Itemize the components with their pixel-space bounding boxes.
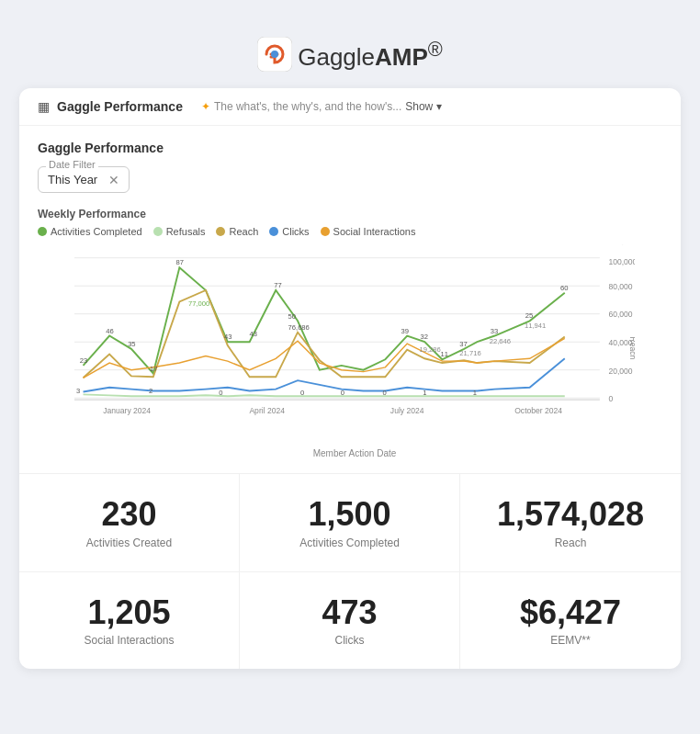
chart-legend: Activities Completed Refusals Reach Clic… <box>38 226 662 237</box>
svg-text:1: 1 <box>423 389 426 397</box>
svg-text:1: 1 <box>473 389 477 397</box>
svg-text:0: 0 <box>382 389 386 397</box>
legend-dot-refusals <box>153 227 163 236</box>
svg-text:22,646: 22,646 <box>490 337 511 345</box>
page-wrapper: GaggleAMP® ▦ Gaggle Performance ✦ The wh… <box>19 18 681 669</box>
svg-text:35: 35 <box>128 340 135 348</box>
stat-clicks: 473 Clicks <box>240 572 460 670</box>
date-filter-value: This Year <box>48 169 105 190</box>
svg-text:3: 3 <box>76 387 80 395</box>
show-link[interactable]: Show ▾ <box>405 100 441 113</box>
legend-clicks: Clicks <box>269 226 309 237</box>
stat-value-activities-completed: 1,500 <box>254 496 445 533</box>
svg-text:80,000: 80,000 <box>608 282 632 291</box>
header-icon: ▦ <box>38 99 50 114</box>
main-card: ▦ Gaggle Performance ✦ The what's, the w… <box>19 88 681 669</box>
svg-text:50: 50 <box>288 312 296 321</box>
svg-text:21,716: 21,716 <box>459 349 480 357</box>
stat-value-activities-created: 230 <box>34 496 224 533</box>
svg-text:2: 2 <box>149 387 152 395</box>
stat-activities-completed: 1,500 Activities Completed <box>240 474 460 571</box>
stat-label-social: Social Interactions <box>34 634 224 647</box>
stats-row-2: 1,205 Social Interactions 473 Clicks $6,… <box>19 571 681 670</box>
stats-row-1: 230 Activities Created 1,500 Activities … <box>19 473 681 571</box>
svg-text:43: 43 <box>224 333 231 341</box>
svg-text:11,941: 11,941 <box>525 322 546 330</box>
legend-reach: Reach <box>216 226 258 237</box>
stat-value-reach: 1,574,028 <box>475 496 666 533</box>
stat-reach: 1,574,028 Reach <box>460 474 681 571</box>
logo-text: GaggleAMP® <box>298 38 443 72</box>
svg-text:60: 60 <box>560 284 568 292</box>
header-title: Gaggle Performance <box>57 99 183 114</box>
svg-point-1 <box>271 51 278 58</box>
chart-title: Weekly Performance <box>38 208 662 220</box>
section-title: Gaggle Performance <box>38 141 662 155</box>
svg-text:0: 0 <box>608 394 613 403</box>
stat-activities-created: 230 Activities Created <box>19 474 240 571</box>
svg-text:0: 0 <box>300 389 304 397</box>
stat-label-eemv: EEMV** <box>475 634 666 647</box>
svg-text:43: 43 <box>250 330 257 338</box>
hint-text: The what's, the why's, and the how's... <box>214 100 401 113</box>
svg-text:77: 77 <box>274 281 281 289</box>
svg-text:23: 23 <box>80 356 87 365</box>
legend-social: Social Interactions <box>321 226 416 237</box>
svg-text:Reach: Reach <box>628 336 635 359</box>
svg-text:11: 11 <box>440 350 447 358</box>
date-filter-close[interactable]: ✕ <box>108 173 119 187</box>
stat-social-interactions: 1,205 Social Interactions <box>19 572 240 670</box>
svg-text:April 2024: April 2024 <box>249 406 285 415</box>
svg-text:32: 32 <box>420 333 427 341</box>
chart-section: Weekly Performance Activities Completed … <box>38 208 662 473</box>
svg-text:January 2024: January 2024 <box>103 406 151 415</box>
hint-star: ✦ <box>201 100 210 113</box>
legend-dot-clicks <box>269 227 278 236</box>
logo-gaggle: Gaggle <box>298 42 375 70</box>
svg-text:60,000: 60,000 <box>608 311 632 320</box>
legend-refusals: Refusals <box>153 226 206 237</box>
svg-text:25: 25 <box>525 311 533 320</box>
svg-text:20,000: 20,000 <box>608 367 632 376</box>
chart-svg: 0 20 40 60 80 100 0 20,000 40,000 60,000… <box>74 244 635 446</box>
chart-area: 0 20 40 60 80 100 0 20,000 40,000 60,000… <box>74 244 635 446</box>
card-body: Gaggle Performance Date Filter This Year… <box>19 126 681 473</box>
svg-text:July 2024: July 2024 <box>390 406 424 415</box>
date-filter-box[interactable]: Date Filter This Year ✕ <box>38 166 130 193</box>
svg-text:October 2024: October 2024 <box>514 406 562 415</box>
svg-text:39: 39 <box>401 327 409 335</box>
svg-text:33: 33 <box>491 327 498 335</box>
svg-text:0: 0 <box>219 389 222 397</box>
stat-label-activities-completed: Activities Completed <box>254 536 445 549</box>
svg-text:37: 37 <box>459 340 467 348</box>
stat-value-clicks: 473 <box>254 594 445 631</box>
svg-text:46: 46 <box>106 327 113 335</box>
svg-text:87: 87 <box>176 258 184 266</box>
svg-text:77,000: 77,000 <box>188 299 209 308</box>
chart-x-label: Member Action Date <box>74 448 635 458</box>
legend-dot-reach <box>216 227 225 236</box>
svg-text:120,000: 120,000 <box>608 244 635 245</box>
stat-label-clicks: Clicks <box>254 634 445 647</box>
stat-eemv: $6,427 EEMV** <box>460 572 681 670</box>
logo-area: GaggleAMP® <box>19 18 681 88</box>
svg-text:76,686: 76,686 <box>288 323 310 332</box>
logo-amp: AMP <box>375 42 428 70</box>
svg-text:100,000: 100,000 <box>608 257 635 266</box>
header-hint: ✦ The what's, the why's, and the how's..… <box>201 100 442 113</box>
gaggleamp-logo-icon <box>257 37 292 72</box>
svg-text:19,286: 19,286 <box>420 345 441 354</box>
chart-wrapper: 0 20 40 60 80 100 0 20,000 40,000 60,000… <box>38 244 662 458</box>
card-header: ▦ Gaggle Performance ✦ The what's, the w… <box>19 88 681 126</box>
svg-text:0: 0 <box>341 389 344 397</box>
stat-label-activities-created: Activities Created <box>34 536 224 549</box>
legend-dot-social <box>321 227 330 236</box>
date-filter-label: Date Filter <box>46 159 98 170</box>
stat-label-reach: Reach <box>475 536 666 549</box>
stat-value-eemv: $6,427 <box>475 594 666 631</box>
legend-dot-activities <box>38 227 47 236</box>
stat-value-social: 1,205 <box>34 594 224 631</box>
svg-text:17: 17 <box>150 365 157 373</box>
legend-activities-completed: Activities Completed <box>38 226 142 237</box>
logo-trademark: ® <box>428 38 443 61</box>
